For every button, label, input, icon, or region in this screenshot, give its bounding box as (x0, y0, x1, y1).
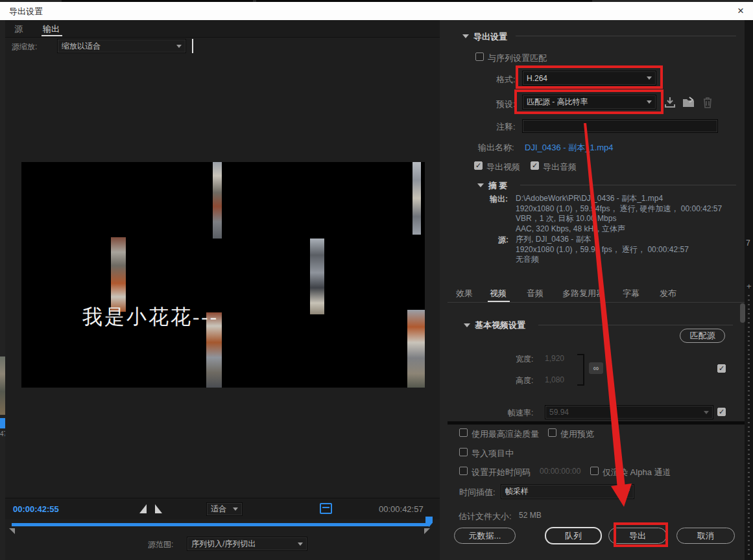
summary-line: D:\AdobeWork\PR\DJI_0436 - 副本_1.mp4 (516, 194, 722, 204)
delete-preset-icon[interactable] (702, 96, 713, 109)
source-scaling-dropdown[interactable]: 缩放以适合 (57, 39, 186, 53)
source-range-dropdown[interactable]: 序列切入/序列切出 (187, 537, 307, 551)
link-dimensions-icon[interactable]: ∞ (589, 362, 603, 374)
close-icon[interactable]: × (737, 5, 744, 18)
source-scaling-label: 源缩放: (12, 41, 37, 52)
crop-output-icon[interactable] (320, 503, 332, 514)
preset-value: 匹配源 - 高比特率 (527, 97, 588, 108)
chevron-down-icon (704, 411, 709, 414)
summary-source-label: 源: (498, 235, 508, 246)
source-range-value: 序列切入/序列切出 (191, 539, 256, 550)
use-previews-label: 使用预览 (560, 428, 594, 440)
video-strip (310, 239, 324, 314)
section-divider (516, 36, 736, 36)
time-interpolation-label: 时间插值: (459, 487, 496, 498)
tab-video[interactable]: 视频 (490, 288, 507, 299)
video-settings-collapse-icon[interactable] (464, 323, 470, 327)
chevron-down-icon (233, 508, 238, 511)
summary-collapse-icon[interactable] (477, 183, 484, 187)
height-label: 高度: (516, 375, 533, 386)
tab-multiplexer[interactable]: 多路复用器 (562, 288, 604, 299)
width-height-checkbox[interactable] (717, 364, 726, 373)
chevron-down-icon (298, 542, 303, 546)
comment-label: 注释: (496, 121, 516, 133)
preview-zoom-value: 适合 (211, 504, 226, 515)
section-divider (520, 185, 736, 185)
render-alpha-only-checkbox[interactable] (590, 467, 599, 475)
scrollbar-thumb[interactable] (740, 303, 745, 323)
match-source-button[interactable]: 匹配源 (680, 329, 725, 343)
video-strip (111, 237, 126, 312)
background-ruler-ticks (748, 295, 750, 557)
dimension-link-bracket (577, 354, 584, 386)
use-previews-checkbox[interactable] (548, 428, 556, 437)
summary-line: AAC, 320 Kbps, 48 kHz, 立体声 (516, 224, 722, 235)
source-preview-panel: 源 输出 源缩放: 缩放以适合 我是小花花--- 00:00:42:55 适合 (5, 20, 440, 560)
summary-line: VBR，1 次, 目标 10.00 Mbps (516, 214, 722, 224)
tab-source[interactable]: 源 (14, 23, 23, 35)
summary-output-label: 输出: (490, 194, 508, 205)
time-interpolation-dropdown[interactable]: 帧采样 (501, 484, 634, 499)
in-point-icon[interactable] (139, 504, 147, 513)
current-timecode[interactable]: 00:00:42:55 (13, 504, 59, 514)
output-name-link[interactable]: DJI_0436 - 副本_1.mp4 (525, 142, 614, 154)
queue-label: 队列 (565, 530, 582, 542)
cancel-button[interactable]: 取消 (676, 528, 735, 544)
metadata-button[interactable]: 元数据... (454, 528, 516, 544)
background-thumbnail (0, 356, 5, 415)
tab-audio[interactable]: 音频 (527, 288, 544, 299)
chevron-down-icon (625, 490, 630, 493)
source-range-label: 源范围: (148, 539, 173, 550)
max-render-quality-checkbox[interactable] (459, 428, 468, 437)
set-start-timecode-checkbox[interactable] (459, 467, 468, 475)
framerate-checkbox[interactable] (717, 408, 726, 416)
tab-publish[interactable]: 发布 (660, 288, 676, 299)
export-video-label: 导出视频 (486, 161, 520, 173)
comment-input[interactable] (522, 119, 718, 133)
framerate-dropdown[interactable]: 59.94 (545, 405, 713, 419)
background-clip-icon (0, 418, 5, 428)
export-label: 导出 (629, 530, 646, 542)
max-render-quality-label: 使用最高渲染质量 (472, 428, 539, 440)
save-preset-icon[interactable] (663, 96, 676, 109)
background-plus: + (747, 281, 752, 291)
format-dropdown[interactable]: H.264 (522, 71, 656, 86)
out-point-icon[interactable] (155, 504, 162, 513)
set-start-timecode-label: 设置开始时间码 (472, 467, 531, 478)
width-label: 宽度: (516, 354, 533, 365)
queue-button[interactable]: 队列 (545, 527, 602, 544)
transport-bar: 00:00:42:55 适合 00:00:42:57 (5, 498, 440, 519)
export-button[interactable]: 导出 (608, 528, 667, 544)
timeline-scrubber[interactable] (12, 523, 428, 526)
export-audio-checkbox[interactable] (531, 161, 539, 170)
preset-dropdown[interactable]: 匹配源 - 高比特率 (522, 95, 656, 110)
section-collapse-icon[interactable] (462, 34, 469, 38)
summary-source-block: 序列, DJI_0436 - 副本 1920x1080 (1.0)，59.94 … (516, 235, 689, 265)
export-video-checkbox[interactable] (474, 161, 483, 170)
time-interpolation-value: 帧采样 (505, 486, 529, 497)
export-settings-panel: 导出设置 与序列设置匹配 格式: H.264 预设: 匹配源 - 高比特率 注 (448, 20, 745, 560)
start-timecode-value: 00:00:00:00 (540, 467, 580, 476)
render-alpha-only-label: 仅渲染 Alpha 通道 (603, 467, 671, 478)
import-preset-icon[interactable] (682, 96, 696, 109)
title-bar: 导出设置 × (0, 2, 753, 20)
range-start-handle[interactable] (9, 528, 15, 534)
output-name-label: 输出名称: (478, 142, 514, 154)
tab-captions[interactable]: 字幕 (623, 288, 639, 299)
video-strip (213, 162, 222, 239)
width-value: 1,920 (545, 354, 564, 363)
framerate-value: 59.94 (549, 408, 569, 417)
background-number: 47 (0, 430, 5, 438)
match-sequence-checkbox[interactable] (475, 52, 484, 61)
tab-effects[interactable]: 效果 (456, 288, 473, 299)
background-number: 7 (746, 239, 750, 248)
background-left-sliver: 47 (0, 20, 5, 560)
tab-output[interactable]: 输出 (43, 23, 60, 35)
preview-zoom-dropdown[interactable]: 适合 (206, 502, 243, 516)
summary-line: 序列, DJI_0436 - 副本 (516, 235, 689, 245)
range-end-handle[interactable] (424, 528, 430, 534)
summary-line: 1920x1080 (1.0)，59.94 fps， 逐行， 00:00:42:… (516, 245, 689, 255)
preset-label: 预设: (496, 99, 516, 110)
summary-output-block: D:\AdobeWork\PR\DJI_0436 - 副本_1.mp4 1920… (516, 194, 722, 234)
import-into-project-checkbox[interactable] (459, 448, 468, 456)
